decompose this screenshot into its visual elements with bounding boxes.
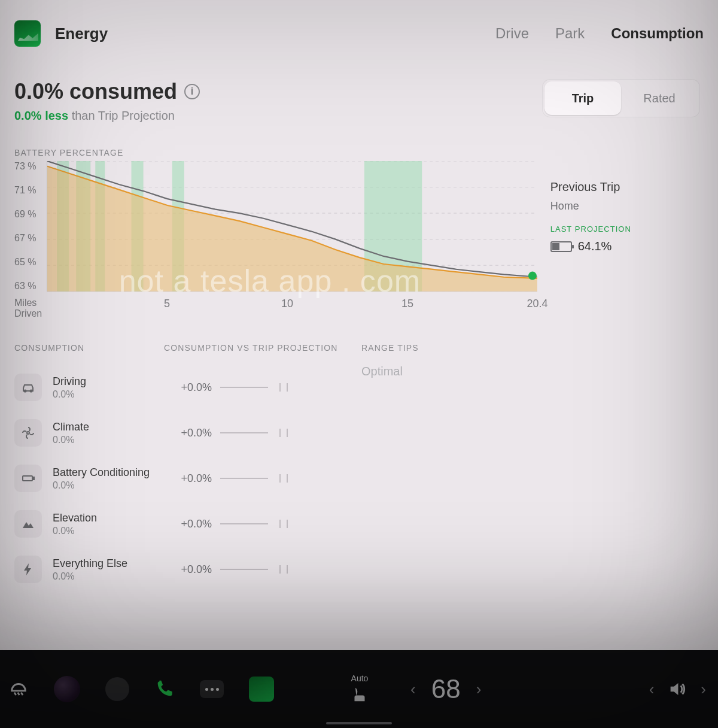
vs-row-battery: +0.0% xyxy=(164,456,361,501)
consumption-item-battery[interactable]: Battery Conditioning0.0% xyxy=(14,456,164,501)
seat-auto-label: Auto xyxy=(351,674,369,683)
consumption-name: Battery Conditioning xyxy=(53,466,150,479)
legend-home: Home xyxy=(550,200,704,213)
sparkline xyxy=(220,472,292,484)
vs-delta: +0.0% xyxy=(164,381,212,394)
mountain-icon xyxy=(14,510,42,538)
legend-prev-trip: Previous Trip xyxy=(550,180,704,194)
consumed-delta: 0.0% less xyxy=(14,109,68,122)
phone-button[interactable] xyxy=(154,679,175,699)
consumption-name: Driving xyxy=(53,375,86,388)
defrost-button[interactable] xyxy=(8,679,29,699)
chart-x-ticks: 5101520.4 xyxy=(47,298,537,312)
consumption-item-mountain[interactable]: Elevation0.0% xyxy=(14,501,164,547)
sparkline xyxy=(220,518,292,530)
consumption-name: Elevation xyxy=(53,512,97,524)
tips-value: Optimal xyxy=(361,365,541,378)
page-title: Energy xyxy=(55,25,108,43)
tab-park[interactable]: Park xyxy=(555,25,585,42)
home-indicator xyxy=(326,722,392,724)
consumption-header: CONSUMPTION xyxy=(14,343,164,353)
consumption-item-car[interactable]: Driving0.0% xyxy=(14,365,164,410)
chart-y-ticks: 73 %71 %69 %67 %65 %63 % xyxy=(14,161,47,292)
temp-down-button[interactable]: ‹ xyxy=(410,680,416,699)
bottom-dock: Auto ‹ 68 › ‹ › xyxy=(0,650,718,728)
volume-icon[interactable] xyxy=(667,679,687,699)
svg-point-12 xyxy=(528,272,537,280)
tips-header: RANGE TIPS xyxy=(361,343,541,353)
bolt-icon xyxy=(14,556,42,583)
consumed-value: 0.0% consumed xyxy=(14,79,177,104)
toggle-rated[interactable]: Rated xyxy=(621,81,698,115)
cabin-temp[interactable]: 68 xyxy=(431,674,461,704)
seat-heater-button[interactable]: Auto xyxy=(349,674,370,705)
tab-consumption[interactable]: Consumption xyxy=(611,25,704,42)
battery-chart[interactable]: not a tesla app . com xyxy=(47,161,537,292)
last-projection-label: LAST PROJECTION xyxy=(550,225,704,233)
vs-row-mountain: +0.0% xyxy=(164,501,361,547)
vs-delta: +0.0% xyxy=(164,472,212,485)
sparkline xyxy=(220,563,292,575)
consumption-name: Everything Else xyxy=(53,557,127,570)
camera-button[interactable] xyxy=(105,677,129,701)
info-icon[interactable]: i xyxy=(184,84,200,99)
vs-delta: +0.0% xyxy=(164,518,212,530)
consumption-value: 0.0% xyxy=(53,480,150,491)
chart-y-title: BATTERY PERCENTAGE xyxy=(14,148,704,157)
temp-up-button[interactable]: › xyxy=(476,680,482,699)
vs-row-bolt: +0.0% xyxy=(164,547,361,592)
sparkline xyxy=(220,381,292,393)
vs-row-fan: +0.0% xyxy=(164,410,361,456)
car-icon xyxy=(14,374,42,401)
vs-header: CONSUMPTION VS TRIP PROJECTION xyxy=(164,343,361,353)
consumption-value: 0.0% xyxy=(53,571,127,582)
chart-legend: Previous Trip Home LAST PROJECTION 64.1% xyxy=(537,161,704,292)
consumed-delta-suffix: than Trip Projection xyxy=(68,109,175,122)
trip-rated-toggle: Trip Rated xyxy=(542,79,700,117)
sparkline xyxy=(220,427,292,439)
svg-rect-16 xyxy=(23,476,32,481)
more-button[interactable] xyxy=(200,680,224,698)
consumption-value: 0.0% xyxy=(53,389,86,400)
battery-icon xyxy=(14,465,42,492)
energy-app-icon xyxy=(14,20,41,47)
consumed-subline: 0.0% less than Trip Projection xyxy=(14,109,200,123)
dashcam-button[interactable] xyxy=(54,676,80,702)
consumption-item-fan[interactable]: Climate0.0% xyxy=(14,410,164,456)
energy-dock-button[interactable] xyxy=(249,677,274,702)
vol-down-button[interactable]: ‹ xyxy=(649,680,655,699)
consumption-name: Climate xyxy=(53,421,89,433)
consumption-value: 0.0% xyxy=(53,526,97,536)
vs-row-car: +0.0% xyxy=(164,365,361,410)
svg-rect-17 xyxy=(33,477,34,480)
tab-drive[interactable]: Drive xyxy=(495,25,529,42)
consumption-item-bolt[interactable]: Everything Else0.0% xyxy=(14,547,164,592)
mode-tabs: Drive Park Consumption xyxy=(495,25,704,42)
toggle-trip[interactable]: Trip xyxy=(544,81,621,115)
vol-up-button[interactable]: › xyxy=(701,680,706,699)
chart-x-title: Miles Driven xyxy=(14,298,47,319)
battery-icon xyxy=(550,241,572,252)
svg-point-15 xyxy=(27,432,29,434)
fan-icon xyxy=(14,419,42,447)
last-projection-value: 64.1% xyxy=(578,239,612,253)
vs-delta: +0.0% xyxy=(164,427,212,439)
consumption-value: 0.0% xyxy=(53,435,89,445)
vs-delta: +0.0% xyxy=(164,563,212,576)
